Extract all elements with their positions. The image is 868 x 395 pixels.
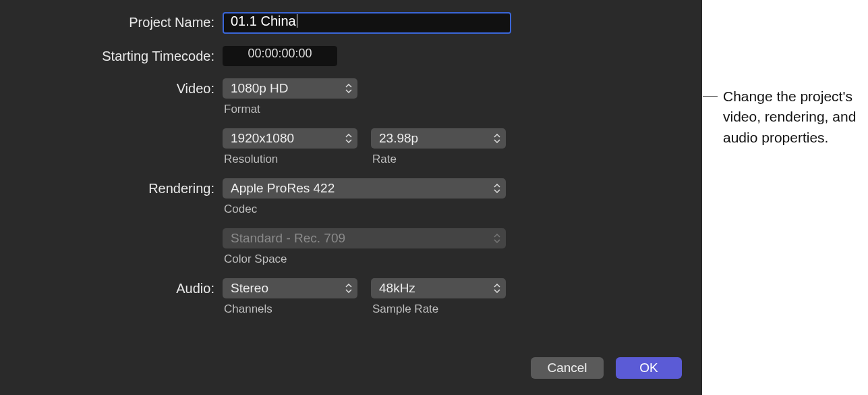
video-resolution-select[interactable]: 1920x1080 <box>223 128 357 149</box>
ok-button[interactable]: OK <box>616 357 682 379</box>
audio-channels-value: Stereo <box>231 281 268 295</box>
chevron-updown-icon <box>492 232 502 244</box>
starting-timecode-value: 00:00:00:00 <box>248 47 312 60</box>
chevron-updown-icon <box>344 132 353 144</box>
row-starting-timecode: Starting Timecode: 00:00:00:00 <box>20 46 682 66</box>
video-resolution-value: 1920x1080 <box>231 131 294 145</box>
rendering-colorspace-value: Standard - Rec. 709 <box>231 231 345 245</box>
video-format-value: 1080p HD <box>231 81 289 95</box>
row-rendering: Rendering: Apple ProRes 422 Codec Standa… <box>20 178 682 266</box>
chevron-updown-icon <box>492 282 502 294</box>
rendering-codec-select[interactable]: Apple ProRes 422 <box>223 178 506 199</box>
chevron-updown-icon <box>344 82 353 95</box>
video-resolution-sublabel: Resolution <box>224 153 357 166</box>
annotation-text: Change the project's video, rendering, a… <box>723 86 858 148</box>
audio-samplerate-sublabel: Sample Rate <box>372 302 506 316</box>
label-audio: Audio: <box>20 278 223 298</box>
label-starting-timecode: Starting Timecode: <box>20 46 223 66</box>
rendering-colorspace-sublabel: Color Space <box>224 253 682 266</box>
video-rate-value: 23.98p <box>379 131 418 145</box>
chevron-updown-icon <box>492 182 502 194</box>
audio-channels-sublabel: Channels <box>224 302 357 316</box>
project-settings-panel: Project Name: 01.1 China Starting Timeco… <box>0 0 702 395</box>
audio-channels-select[interactable]: Stereo <box>223 278 357 298</box>
callout-line <box>703 96 718 97</box>
row-audio: Audio: Stereo Channels 48kHz <box>20 278 682 316</box>
audio-samplerate-value: 48kHz <box>379 281 415 295</box>
label-rendering: Rendering: <box>20 178 223 199</box>
rendering-colorspace-select: Standard - Rec. 709 <box>223 228 506 248</box>
project-name-value: 01.1 China <box>231 14 296 28</box>
project-name-input[interactable]: 01.1 China <box>223 12 511 34</box>
row-project-name: Project Name: 01.1 China <box>20 12 682 34</box>
cancel-button[interactable]: Cancel <box>531 357 604 379</box>
video-format-select[interactable]: 1080p HD <box>223 78 357 99</box>
rendering-codec-value: Apple ProRes 422 <box>231 181 335 195</box>
video-rate-sublabel: Rate <box>372 153 506 166</box>
audio-samplerate-select[interactable]: 48kHz <box>371 278 506 298</box>
rendering-codec-sublabel: Codec <box>224 203 682 216</box>
dialog-buttons: Cancel OK <box>531 357 682 379</box>
row-video: Video: 1080p HD Format 1920x1080 <box>20 78 682 166</box>
label-project-name: Project Name: <box>20 12 223 32</box>
video-format-sublabel: Format <box>224 103 682 116</box>
chevron-updown-icon <box>492 132 502 144</box>
chevron-updown-icon <box>344 282 353 294</box>
starting-timecode-input[interactable]: 00:00:00:00 <box>223 46 337 66</box>
video-rate-select[interactable]: 23.98p <box>371 128 506 149</box>
label-video: Video: <box>20 78 223 99</box>
text-cursor <box>297 14 297 28</box>
